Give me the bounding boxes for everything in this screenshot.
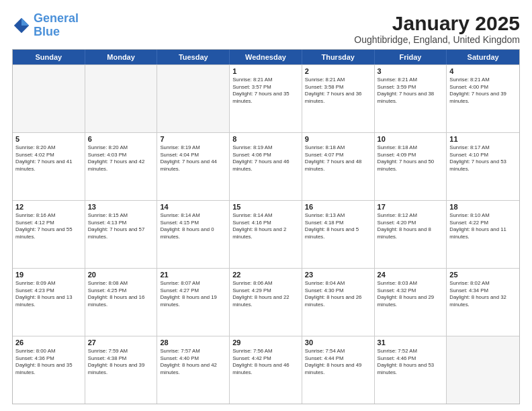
calendar-cell: 19Sunrise: 8:09 AM Sunset: 4:23 PM Dayli…: [13, 269, 85, 336]
day-number: 29: [232, 338, 299, 347]
calendar-cell: 22Sunrise: 8:06 AM Sunset: 4:29 PM Dayli…: [230, 269, 302, 336]
calendar-body: 1Sunrise: 8:21 AM Sunset: 3:57 PM Daylig…: [13, 64, 519, 404]
day-number: 4: [449, 67, 517, 75]
calendar-week: 12Sunrise: 8:16 AM Sunset: 4:12 PM Dayli…: [13, 200, 519, 268]
calendar-cell: 18Sunrise: 8:10 AM Sunset: 4:22 PM Dayli…: [447, 201, 519, 268]
calendar-cell: 11Sunrise: 8:17 AM Sunset: 4:10 PM Dayli…: [447, 133, 519, 200]
calendar-cell: 24Sunrise: 8:03 AM Sunset: 4:32 PM Dayli…: [375, 269, 447, 336]
calendar-cell: 15Sunrise: 8:14 AM Sunset: 4:16 PM Dayli…: [230, 201, 302, 268]
calendar-cell: 29Sunrise: 7:56 AM Sunset: 4:42 PM Dayli…: [230, 336, 302, 404]
cell-info: Sunrise: 7:56 AM Sunset: 4:42 PM Dayligh…: [232, 348, 299, 376]
day-number: 23: [305, 271, 371, 279]
weekday-header: Tuesday: [157, 50, 230, 64]
cell-info: Sunrise: 8:21 AM Sunset: 3:59 PM Dayligh…: [378, 77, 444, 105]
cell-info: Sunrise: 8:16 AM Sunset: 4:12 PM Dayligh…: [15, 212, 82, 240]
day-number: 19: [15, 271, 82, 279]
day-number: 27: [88, 338, 154, 347]
calendar-cell: 6Sunrise: 8:20 AM Sunset: 4:03 PM Daylig…: [85, 133, 158, 200]
calendar-cell: 4Sunrise: 8:21 AM Sunset: 4:00 PM Daylig…: [447, 65, 519, 132]
calendar-cell: [85, 65, 158, 132]
title-block: January 2025 Oughtibridge, England, Unit…: [354, 12, 520, 45]
cell-info: Sunrise: 8:21 AM Sunset: 4:00 PM Dayligh…: [449, 77, 517, 105]
cell-info: Sunrise: 8:00 AM Sunset: 4:36 PM Dayligh…: [15, 348, 82, 376]
header: General Blue January 2025 Oughtibridge, …: [12, 12, 520, 45]
cell-info: Sunrise: 8:04 AM Sunset: 4:30 PM Dayligh…: [305, 280, 371, 308]
weekday-header: Monday: [85, 50, 158, 64]
calendar-cell: 30Sunrise: 7:54 AM Sunset: 4:44 PM Dayli…: [302, 336, 375, 404]
cell-info: Sunrise: 8:18 AM Sunset: 4:09 PM Dayligh…: [378, 144, 444, 173]
day-number: 22: [232, 271, 299, 279]
cell-info: Sunrise: 8:20 AM Sunset: 4:03 PM Dayligh…: [88, 144, 154, 173]
day-number: 6: [88, 135, 154, 143]
cell-info: Sunrise: 8:06 AM Sunset: 4:29 PM Dayligh…: [232, 280, 299, 308]
day-number: 10: [378, 135, 444, 143]
calendar-cell: 2Sunrise: 8:21 AM Sunset: 3:58 PM Daylig…: [302, 65, 375, 132]
day-number: 1: [232, 67, 299, 75]
day-number: 24: [378, 271, 444, 279]
cell-info: Sunrise: 8:17 AM Sunset: 4:10 PM Dayligh…: [449, 144, 517, 173]
day-number: 15: [232, 203, 299, 211]
cell-info: Sunrise: 8:07 AM Sunset: 4:27 PM Dayligh…: [160, 280, 226, 308]
calendar-week: 5Sunrise: 8:20 AM Sunset: 4:02 PM Daylig…: [13, 132, 519, 200]
day-number: 8: [232, 135, 299, 143]
cell-info: Sunrise: 8:09 AM Sunset: 4:23 PM Dayligh…: [15, 280, 82, 308]
day-number: 12: [15, 203, 82, 211]
calendar-week: 26Sunrise: 8:00 AM Sunset: 4:36 PM Dayli…: [13, 336, 519, 404]
calendar-cell: 3Sunrise: 8:21 AM Sunset: 3:59 PM Daylig…: [375, 65, 447, 132]
cell-info: Sunrise: 7:52 AM Sunset: 4:46 PM Dayligh…: [378, 348, 444, 376]
day-number: 13: [88, 203, 154, 211]
calendar-cell: 26Sunrise: 8:00 AM Sunset: 4:36 PM Dayli…: [13, 336, 85, 404]
day-number: 30: [305, 338, 371, 347]
calendar-cell: 25Sunrise: 8:02 AM Sunset: 4:34 PM Dayli…: [447, 269, 519, 336]
cell-info: Sunrise: 7:54 AM Sunset: 4:44 PM Dayligh…: [305, 348, 371, 376]
calendar-cell: 10Sunrise: 8:18 AM Sunset: 4:09 PM Dayli…: [375, 133, 447, 200]
calendar-cell: [13, 65, 85, 132]
logo-text: General Blue: [34, 12, 79, 39]
cell-info: Sunrise: 8:13 AM Sunset: 4:18 PM Dayligh…: [305, 212, 371, 240]
day-number: 21: [160, 271, 226, 279]
calendar-cell: 12Sunrise: 8:16 AM Sunset: 4:12 PM Dayli…: [13, 201, 85, 268]
day-number: 28: [160, 338, 226, 347]
calendar-cell: 20Sunrise: 8:08 AM Sunset: 4:25 PM Dayli…: [85, 269, 158, 336]
cell-info: Sunrise: 8:20 AM Sunset: 4:02 PM Dayligh…: [15, 144, 82, 173]
calendar-cell: 27Sunrise: 7:59 AM Sunset: 4:38 PM Dayli…: [85, 336, 158, 404]
calendar-cell: 8Sunrise: 8:19 AM Sunset: 4:06 PM Daylig…: [230, 133, 302, 200]
weekday-header: Thursday: [302, 50, 375, 64]
day-number: 20: [88, 271, 154, 279]
cell-info: Sunrise: 8:08 AM Sunset: 4:25 PM Dayligh…: [88, 280, 154, 308]
cell-info: Sunrise: 8:18 AM Sunset: 4:07 PM Dayligh…: [305, 144, 371, 173]
calendar-cell: 21Sunrise: 8:07 AM Sunset: 4:27 PM Dayli…: [157, 269, 230, 336]
day-number: 26: [15, 338, 82, 347]
calendar-cell: [447, 336, 519, 404]
cell-info: Sunrise: 8:21 AM Sunset: 3:57 PM Dayligh…: [232, 77, 299, 105]
cell-info: Sunrise: 8:21 AM Sunset: 3:58 PM Dayligh…: [305, 77, 371, 105]
day-number: 14: [160, 203, 226, 211]
calendar-cell: 7Sunrise: 8:19 AM Sunset: 4:04 PM Daylig…: [157, 133, 230, 200]
day-number: 31: [378, 338, 444, 347]
location: Oughtibridge, England, United Kingdom: [354, 34, 520, 45]
cell-info: Sunrise: 8:14 AM Sunset: 4:15 PM Dayligh…: [160, 212, 226, 240]
cell-info: Sunrise: 8:19 AM Sunset: 4:06 PM Dayligh…: [232, 144, 299, 173]
cell-info: Sunrise: 8:02 AM Sunset: 4:34 PM Dayligh…: [449, 280, 517, 308]
cell-info: Sunrise: 8:10 AM Sunset: 4:22 PM Dayligh…: [449, 212, 517, 240]
day-number: 7: [160, 135, 226, 143]
calendar-cell: 17Sunrise: 8:12 AM Sunset: 4:20 PM Dayli…: [375, 201, 447, 268]
day-number: 9: [305, 135, 371, 143]
calendar-cell: 9Sunrise: 8:18 AM Sunset: 4:07 PM Daylig…: [302, 133, 375, 200]
calendar-cell: 31Sunrise: 7:52 AM Sunset: 4:46 PM Dayli…: [375, 336, 447, 404]
weekday-header: Wednesday: [230, 50, 302, 64]
month-title: January 2025: [354, 12, 520, 34]
calendar-cell: [157, 65, 230, 132]
weekday-header: Saturday: [447, 50, 519, 64]
logo: General Blue: [12, 12, 79, 39]
day-number: 17: [378, 203, 444, 211]
cell-info: Sunrise: 8:03 AM Sunset: 4:32 PM Dayligh…: [378, 280, 444, 308]
calendar-cell: 14Sunrise: 8:14 AM Sunset: 4:15 PM Dayli…: [157, 201, 230, 268]
cell-info: Sunrise: 7:59 AM Sunset: 4:38 PM Dayligh…: [88, 348, 154, 376]
day-number: 11: [449, 135, 517, 143]
weekday-header: Sunday: [13, 50, 85, 64]
day-number: 18: [449, 203, 517, 211]
calendar-cell: 13Sunrise: 8:15 AM Sunset: 4:13 PM Dayli…: [85, 201, 158, 268]
calendar-week: 1Sunrise: 8:21 AM Sunset: 3:57 PM Daylig…: [13, 64, 519, 132]
cell-info: Sunrise: 8:19 AM Sunset: 4:04 PM Dayligh…: [160, 144, 226, 173]
